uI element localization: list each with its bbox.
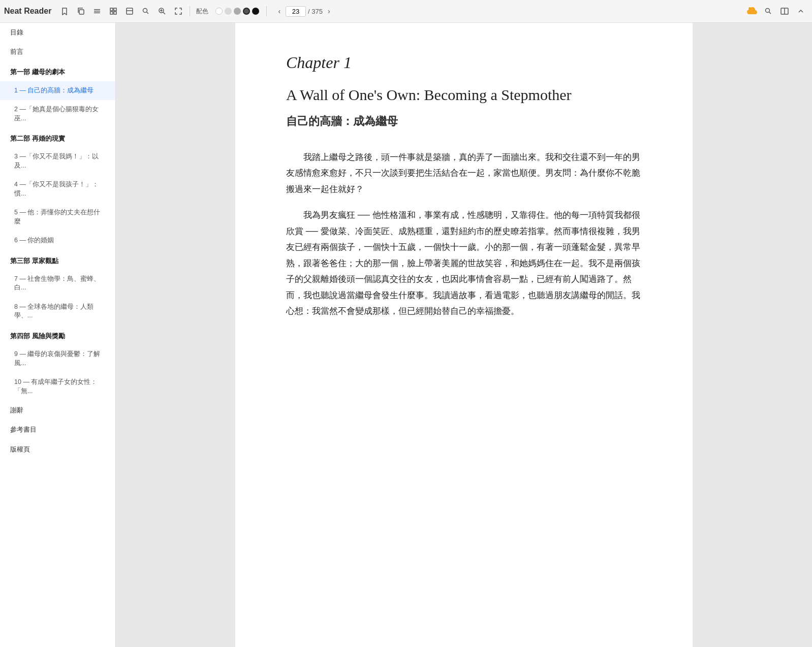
svg-rect-8 <box>127 8 133 14</box>
page-total: / 375 <box>308 8 323 15</box>
sidebar-item-ch4[interactable]: 4 —「你又不是我孩子！」：慣... <box>0 175 115 203</box>
svg-line-13 <box>163 12 165 14</box>
sidebar-section-part2: 第二部 再婚的現實 <box>0 128 115 147</box>
svg-rect-6 <box>110 12 113 14</box>
toolbar-right <box>745 4 808 18</box>
app-name: Neat Reader <box>4 7 51 16</box>
sidebar-item-ch8[interactable]: 8 — 全球各地的繼母：人類學、... <box>0 298 115 326</box>
sidebar-item-ch3[interactable]: 3 —「你又不是我媽！」：以及... <box>0 147 115 175</box>
sidebar-section-part4: 第四部 風險與獎勵 <box>0 326 115 345</box>
sidebar: 目錄 前言 第一部 繼母的劇本 1 — 自己的高牆：成為繼母 2 —「她真是個心… <box>0 23 116 647</box>
fullscreen-icon[interactable] <box>171 4 185 18</box>
divider-2 <box>266 6 267 16</box>
paragraph-2: 我為男友瘋狂 ── 他性格溫和，事業有成，性感聰明，又靠得住。他的每一項特質我都… <box>286 207 642 319</box>
sidebar-item-copyright[interactable]: 版權頁 <box>0 440 115 459</box>
color-medium-gray[interactable] <box>234 8 241 15</box>
grid-icon[interactable] <box>106 4 120 18</box>
color-white[interactable] <box>215 8 223 15</box>
sidebar-item-toc[interactable]: 目錄 <box>0 23 115 42</box>
sidebar-item-ch5[interactable]: 5 — 他：弄懂你的丈夫在想什麼 <box>0 203 115 231</box>
main-area: 目錄 前言 第一部 繼母的劇本 1 — 自己的高牆：成為繼母 2 —「她真是個心… <box>0 23 812 647</box>
page-navigation: ‹ / 375 › <box>275 6 333 17</box>
color-dark[interactable] <box>243 8 250 15</box>
sidebar-item-ch6[interactable]: 6 — 你的婚姻 <box>0 231 115 250</box>
svg-rect-2 <box>94 11 100 12</box>
color-label: 配色 <box>196 7 208 16</box>
color-black[interactable] <box>252 8 259 15</box>
search-small-icon[interactable] <box>139 4 153 18</box>
sidebar-item-ch7[interactable]: 7 — 社會生物學：鳥、蜜蜂、白... <box>0 270 115 298</box>
page-input[interactable] <box>286 6 306 17</box>
search-toolbar-icon[interactable] <box>761 4 775 18</box>
collapse-icon[interactable] <box>794 4 808 18</box>
svg-line-11 <box>147 12 149 14</box>
toolbar: Neat Reader <box>0 0 812 23</box>
app-brand: Neat Reader <box>4 7 51 16</box>
svg-point-16 <box>766 9 770 13</box>
sidebar-section-part3: 第三部 眾家觀點 <box>0 250 115 270</box>
menu-icon[interactable] <box>90 4 104 18</box>
chapter-number: Chapter 1 <box>286 53 642 72</box>
svg-rect-7 <box>114 12 116 14</box>
svg-line-17 <box>769 12 771 14</box>
sidebar-section-part1: 第一部 繼母的劇本 <box>0 61 115 81</box>
color-light-gray[interactable] <box>225 8 232 15</box>
sidebar-item-preface[interactable]: 前言 <box>0 42 115 61</box>
split-view-icon[interactable] <box>777 4 792 18</box>
bookmark-icon[interactable] <box>57 4 72 18</box>
cloud-icon[interactable] <box>745 4 759 18</box>
sidebar-item-references[interactable]: 參考書目 <box>0 420 115 439</box>
sidebar-item-ch9[interactable]: 9 — 繼母的哀傷與憂鬱：了解風... <box>0 345 115 373</box>
sidebar-item-ch1[interactable]: 1 — 自己的高牆：成為繼母 <box>0 81 115 101</box>
sidebar-item-ch10[interactable]: 10 — 有成年繼子女的女性：「無... <box>0 373 115 401</box>
svg-point-10 <box>143 9 147 13</box>
layout-icon[interactable] <box>122 4 137 18</box>
copy-icon[interactable] <box>74 4 88 18</box>
page-container: Chapter 1 A Wall of One's Own: Becoming … <box>235 23 693 647</box>
svg-rect-5 <box>114 8 116 11</box>
chapter-english-title: A Wall of One's Own: Becoming a Stepmoth… <box>286 84 642 106</box>
search-large-icon[interactable] <box>155 4 169 18</box>
svg-rect-1 <box>94 9 100 10</box>
prev-page-button[interactable]: ‹ <box>275 6 284 16</box>
sidebar-item-ch2[interactable]: 2 —「她真是個心腸狠毒的女巫... <box>0 100 115 128</box>
content-wrapper[interactable]: Chapter 1 A Wall of One's Own: Becoming … <box>116 23 812 647</box>
svg-rect-3 <box>94 13 100 14</box>
next-page-button[interactable]: › <box>325 6 333 16</box>
svg-rect-0 <box>79 10 84 14</box>
paragraph-1: 我踏上繼母之路後，頭一件事就是築牆，真的弄了一面牆出來。我和交往還不到一年的男友… <box>286 149 642 197</box>
sidebar-item-acknowledgments[interactable]: 謝辭 <box>0 401 115 420</box>
svg-rect-4 <box>110 8 113 11</box>
color-options <box>215 8 259 15</box>
chapter-chinese-title: 自己的高牆：成為繼母 <box>286 114 642 129</box>
divider-1 <box>190 6 190 16</box>
